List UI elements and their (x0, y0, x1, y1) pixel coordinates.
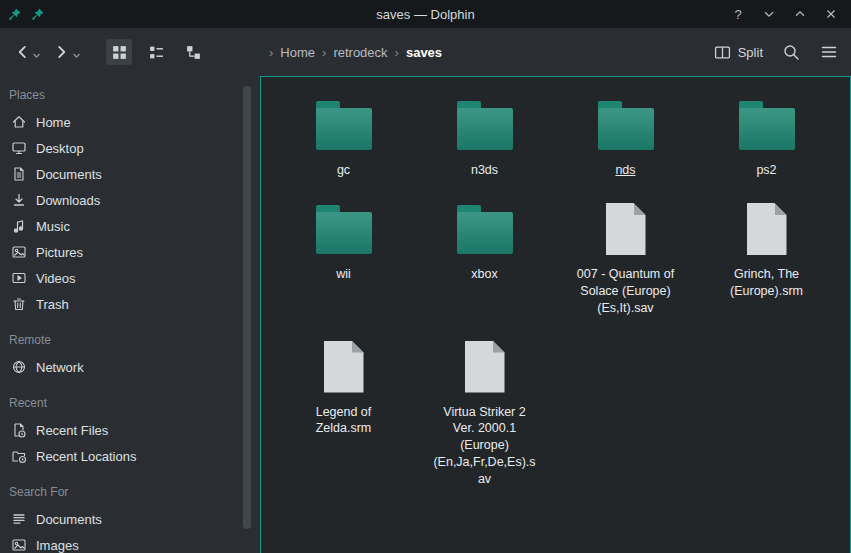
file-item[interactable]: Legend of Zelda.srm (273, 333, 414, 488)
file-item[interactable]: 007 - Quantum of Solace (Europe) (Es,It)… (555, 195, 696, 317)
sidebar-item-recent-files[interactable]: Recent Files (0, 417, 260, 443)
toolbar-nav (10, 28, 206, 76)
help-button[interactable]: ? (730, 6, 746, 22)
file-label: gc (337, 162, 350, 179)
file-label: 007 - Quantum of Solace (Europe) (Es,It)… (573, 266, 679, 317)
sidebar-item-network[interactable]: Network (0, 354, 260, 380)
folder-icon (457, 108, 513, 150)
view-mode-group (106, 39, 206, 65)
file-label: nds (615, 162, 635, 179)
main-area: PlacesHomeDesktopDocumentsDownloadsMusic… (0, 76, 851, 553)
breadcrumb-chevron-icon: › (322, 45, 326, 60)
icons-view-button[interactable] (106, 39, 132, 65)
sidebar-item-desktop[interactable]: Desktop (0, 135, 260, 161)
window-controls: ? (730, 6, 851, 22)
folder-item[interactable]: ps2 (696, 91, 837, 179)
folder-view[interactable]: gcn3dsndsps2wiixbox007 - Quantum of Sola… (260, 76, 851, 553)
toolbar: ›Home›retrodeck›saves Split (0, 28, 851, 76)
sidebar-item-music[interactable]: Music (0, 213, 260, 239)
sidebar-item-downloads[interactable]: Downloads (0, 187, 260, 213)
sidebar-item-recent-locations[interactable]: Recent Locations (0, 443, 260, 469)
sidebar-item-label: Home (36, 115, 71, 130)
icon-box (316, 95, 372, 155)
file-item[interactable]: Grinch, The (Europe).srm (696, 195, 837, 317)
split-button[interactable]: Split (714, 44, 763, 61)
minimize-button[interactable] (761, 6, 777, 22)
breadcrumb-item[interactable]: saves (406, 45, 442, 60)
places-panel: PlacesHomeDesktopDocumentsDownloadsMusic… (0, 76, 260, 553)
file-label: xbox (471, 266, 497, 283)
sidebar-section-header: Places (0, 88, 260, 102)
pin-icon[interactable] (30, 7, 45, 22)
split-icon (714, 44, 731, 61)
compact-view-button[interactable] (143, 39, 169, 65)
forward-button[interactable] (50, 39, 84, 65)
forward-icon (53, 43, 71, 61)
breadcrumb-item[interactable]: Home (280, 45, 315, 60)
search-icon (782, 43, 800, 61)
sidebar-item-label: Desktop (36, 141, 84, 156)
breadcrumb-chevron-icon: › (269, 45, 273, 60)
breadcrumb-item[interactable]: retrodeck (333, 45, 387, 60)
sidebar-item-label: Downloads (36, 193, 100, 208)
split-button-label: Split (738, 45, 763, 60)
breadcrumb: ›Home›retrodeck›saves (262, 28, 442, 76)
back-button[interactable] (10, 39, 44, 65)
details-view-button[interactable] (180, 39, 206, 65)
sidebar-item-home[interactable]: Home (0, 109, 260, 135)
close-button[interactable] (823, 6, 839, 22)
sidebar-item-label: Pictures (36, 245, 83, 260)
titlebar: saves — Dolphin ? (0, 0, 851, 28)
details-view-icon (185, 44, 202, 61)
file-label: wii (336, 266, 351, 283)
maximize-button[interactable] (792, 6, 808, 22)
sidebar-item-label: Documents (36, 512, 102, 527)
sidebar-item-documents[interactable]: Documents (0, 506, 260, 532)
chevron-down-icon (32, 51, 41, 60)
file-label: n3ds (471, 162, 498, 179)
pictures-icon (11, 244, 27, 260)
icon-box (457, 95, 513, 155)
sidebar-item-label: Music (36, 219, 70, 234)
icon-box (465, 337, 505, 397)
videos-icon (11, 270, 27, 286)
folder-item[interactable]: wii (273, 195, 414, 317)
sidebar-item-pictures[interactable]: Pictures (0, 239, 260, 265)
icon-box (598, 95, 654, 155)
sidebar-item-label: Network (36, 360, 84, 375)
sidebar-scrollbar[interactable] (243, 86, 251, 529)
titlebar-pins (0, 7, 45, 22)
sidebar-item-label: Recent Locations (36, 449, 136, 464)
folder-item[interactable]: n3ds (414, 91, 555, 179)
search-documents-icon (11, 511, 27, 527)
toolbar-actions: Split (714, 28, 839, 76)
folder-item[interactable]: gc (273, 91, 414, 179)
folder-item[interactable]: nds (555, 91, 696, 179)
sidebar-item-documents[interactable]: Documents (0, 161, 260, 187)
pin-icon[interactable] (7, 7, 22, 22)
network-icon (11, 359, 27, 375)
icon-box (747, 199, 787, 259)
search-images-icon (11, 537, 27, 553)
search-button[interactable] (781, 42, 801, 62)
sidebar-item-videos[interactable]: Videos (0, 265, 260, 291)
icon-box (606, 199, 646, 259)
breadcrumb-chevron-icon: › (395, 45, 399, 60)
folder-item[interactable]: xbox (414, 195, 555, 317)
sidebar-item-label: Recent Files (36, 423, 108, 438)
file-item[interactable]: Virtua Striker 2 Ver. 2000.1 (Europe) (E… (414, 333, 555, 488)
file-icon (324, 341, 364, 393)
recent-files-icon (11, 422, 27, 438)
folder-icon (316, 212, 372, 254)
file-label: ps2 (756, 162, 776, 179)
sidebar-item-trash[interactable]: Trash (0, 291, 260, 317)
hamburger-icon (820, 43, 838, 61)
sidebar-item-images[interactable]: Images (0, 532, 260, 553)
sidebar-item-label: Trash (36, 297, 69, 312)
file-icon (606, 203, 646, 255)
menu-button[interactable] (819, 42, 839, 62)
icon-box (457, 199, 513, 259)
back-icon (13, 43, 31, 61)
sidebar-item-label: Images (36, 538, 79, 553)
sidebar-item-label: Videos (36, 271, 76, 286)
